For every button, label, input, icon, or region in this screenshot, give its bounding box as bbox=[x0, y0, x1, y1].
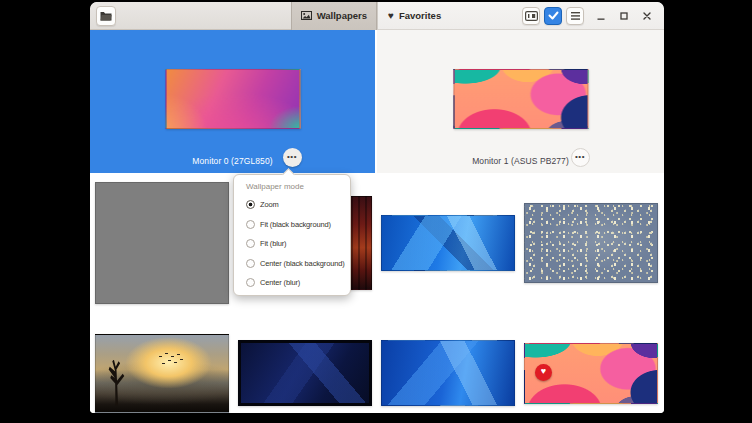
monitor-1-label: Monitor 1 (ASUS PB277) bbox=[377, 156, 664, 166]
monitor-1-wallpaper-preview bbox=[453, 69, 588, 129]
header-actions bbox=[522, 7, 584, 25]
radio-icon bbox=[246, 278, 255, 287]
folder-open-icon bbox=[100, 11, 112, 21]
image-icon bbox=[301, 11, 312, 20]
wallpaper-thumbnail-sunset-tree[interactable] bbox=[95, 334, 229, 413]
ellipsis-icon: ••• bbox=[575, 153, 585, 161]
monitor-pane-1[interactable]: Monitor 1 (ASUS PB277) ••• bbox=[377, 30, 664, 173]
check-icon bbox=[548, 11, 559, 20]
wallpaper-mode-popover: Wallpaper mode ZoomFit (black background… bbox=[233, 174, 351, 296]
tab-favorites[interactable]: ♥ Favorites bbox=[378, 2, 451, 30]
option-label: Center (black background) bbox=[260, 259, 345, 268]
wallpaper-grid-row-2: ♥ bbox=[95, 332, 659, 413]
popover-title: Wallpaper mode bbox=[234, 182, 350, 191]
headerbar-left-segment: Wallpapers bbox=[90, 2, 377, 30]
wallpaper-thumbnail-navy-geo[interactable] bbox=[238, 340, 372, 406]
option-label: Fit (black background) bbox=[260, 220, 331, 229]
maximize-button[interactable] bbox=[616, 8, 632, 24]
window-controls bbox=[593, 8, 655, 24]
heart-icon: ♥ bbox=[541, 367, 546, 376]
wallpaper-mode-option[interactable]: Fit (blur) bbox=[234, 234, 350, 254]
wallpaper-mode-option[interactable]: Fit (black background) bbox=[234, 215, 350, 235]
radio-icon bbox=[246, 259, 255, 268]
maximize-icon bbox=[619, 11, 629, 21]
option-label: Fit (blur) bbox=[260, 239, 286, 248]
open-folder-button[interactable] bbox=[96, 6, 116, 26]
radio-icon bbox=[246, 220, 255, 229]
close-button[interactable] bbox=[639, 8, 655, 24]
favorite-badge: ♥ bbox=[535, 364, 552, 381]
hamburger-menu-icon bbox=[571, 12, 580, 20]
tab-label: Favorites bbox=[399, 10, 441, 21]
headerbar: Wallpapers ♥ Favorites bbox=[90, 2, 664, 30]
apply-wallpapers-button[interactable] bbox=[544, 7, 562, 25]
app-window: Wallpapers ♥ Favorites bbox=[90, 2, 664, 413]
tab-label: Wallpapers bbox=[317, 10, 367, 21]
main-menu-button[interactable] bbox=[566, 7, 584, 25]
minimize-button[interactable] bbox=[593, 8, 609, 24]
tab-wallpapers[interactable]: Wallpapers bbox=[291, 2, 377, 30]
wallpaper-thumbnail-flow-abstract[interactable]: ♥ bbox=[524, 343, 658, 404]
wallpaper-mode-option[interactable]: Center (blur) bbox=[234, 273, 350, 293]
wallpaper-thumbnail-snowy-aerial[interactable] bbox=[524, 203, 658, 283]
headerbar-right-segment: ♥ Favorites bbox=[377, 2, 664, 30]
monitor-pane-0[interactable]: Monitor 0 (27GL850) ••• bbox=[90, 30, 375, 173]
monitor-panes: Monitor 0 (27GL850) ••• Monitor 1 (ASUS … bbox=[90, 30, 664, 173]
heart-icon: ♥ bbox=[388, 11, 394, 21]
monitor-0-wallpaper-preview bbox=[165, 69, 300, 129]
wallpaper-thumbnail-blue-geo-deep[interactable] bbox=[381, 340, 515, 406]
option-label: Zoom bbox=[260, 200, 279, 209]
dual-monitor-icon bbox=[525, 11, 538, 21]
radio-icon bbox=[246, 239, 255, 248]
ellipsis-icon: ••• bbox=[287, 153, 297, 161]
monitor-0-wallpaper-mode-button[interactable]: ••• bbox=[283, 148, 302, 167]
screen: Wallpapers ♥ Favorites bbox=[0, 0, 752, 423]
wallpaper-mode-option[interactable]: Zoom bbox=[234, 195, 350, 215]
radio-selected-icon bbox=[246, 200, 255, 209]
close-icon bbox=[642, 11, 652, 21]
wallpaper-grid: ♥ bbox=[90, 173, 664, 413]
minimize-icon bbox=[596, 11, 606, 21]
wallpaper-thumbnail-solid-gray[interactable] bbox=[95, 182, 229, 304]
option-label: Center (blur) bbox=[260, 278, 300, 287]
wallpaper-mode-options: ZoomFit (black background)Fit (blur)Cent… bbox=[234, 195, 350, 293]
per-monitor-wallpaper-toggle-button[interactable] bbox=[522, 7, 540, 25]
wallpaper-mode-option[interactable]: Center (black background) bbox=[234, 254, 350, 274]
monitor-1-wallpaper-mode-button[interactable]: ••• bbox=[571, 148, 590, 167]
wallpaper-thumbnail-blue-geo-light[interactable] bbox=[381, 215, 515, 271]
monitor-0-label: Monitor 0 (27GL850) bbox=[90, 156, 375, 166]
wallpaper-grid-row-1 bbox=[95, 180, 659, 306]
